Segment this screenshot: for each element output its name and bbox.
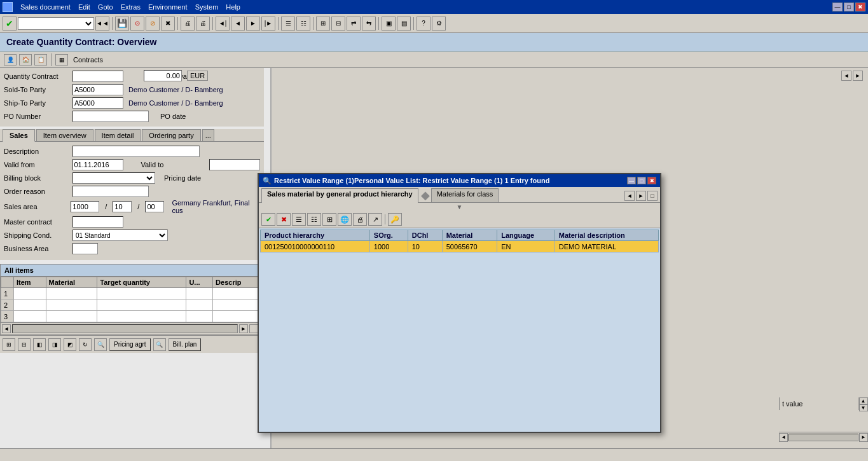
modal-key-button[interactable]: 🔑 bbox=[388, 213, 402, 226]
bt-btn6[interactable]: ↻ bbox=[79, 338, 92, 351]
right-nav-next[interactable]: ► bbox=[853, 71, 863, 81]
material-2[interactable] bbox=[46, 299, 97, 311]
help-button[interactable]: ? bbox=[417, 17, 431, 31]
pricing-agrt-button[interactable]: Pricing agrt bbox=[109, 338, 151, 351]
bt-btn1[interactable]: ⊞ bbox=[3, 338, 15, 351]
tab-item-detail[interactable]: Item detail bbox=[95, 129, 141, 141]
bt-btn4[interactable]: ◨ bbox=[48, 338, 61, 351]
minimize-button[interactable]: — bbox=[832, 3, 843, 11]
description-input[interactable] bbox=[72, 146, 200, 157]
valid-to-input[interactable] bbox=[209, 159, 260, 170]
bt-btn3[interactable]: ◧ bbox=[33, 338, 46, 351]
config-button[interactable]: ⚙ bbox=[432, 17, 446, 31]
tab-nav-expand[interactable]: □ bbox=[647, 191, 658, 201]
nav2-button[interactable]: ◄ bbox=[231, 17, 245, 31]
scroll-right-button[interactable]: ► bbox=[239, 324, 248, 333]
order-reason-input[interactable] bbox=[72, 186, 149, 197]
item-1[interactable] bbox=[14, 288, 46, 299]
swap2-button[interactable]: ⇆ bbox=[362, 17, 376, 31]
shipping-cond-select[interactable]: 01 Standard bbox=[72, 230, 168, 241]
ship-to-input[interactable] bbox=[72, 97, 123, 109]
modal-cancel-button[interactable]: ✖ bbox=[277, 213, 291, 226]
select-all-button[interactable]: ☰ bbox=[281, 17, 295, 31]
modal-maximize-button[interactable]: □ bbox=[637, 177, 646, 184]
modal-tab-sales-material[interactable]: Sales material by general product hierar… bbox=[261, 188, 418, 202]
u-1[interactable] bbox=[186, 288, 213, 299]
business-area-input[interactable] bbox=[72, 243, 98, 254]
qty-1[interactable] bbox=[97, 288, 186, 299]
deselect-button[interactable]: ☷ bbox=[296, 17, 310, 31]
valid-from-input[interactable] bbox=[72, 159, 123, 170]
print2-button[interactable]: 🖨 bbox=[196, 17, 210, 31]
bt-btn7[interactable]: 🔍 bbox=[94, 338, 107, 351]
tab-more[interactable]: ... bbox=[202, 129, 214, 141]
desc-3[interactable] bbox=[213, 311, 263, 322]
grid-icon[interactable]: ▦ bbox=[55, 54, 68, 65]
tab-ordering-party[interactable]: Ordering party bbox=[142, 129, 200, 141]
modal-deselect-button[interactable]: ☷ bbox=[307, 213, 321, 226]
tab-item-overview[interactable]: Item overview bbox=[36, 129, 93, 141]
bt-btn8[interactable]: 🔍 bbox=[153, 338, 166, 351]
nav4-button[interactable]: |► bbox=[261, 17, 275, 31]
right-scroll-right[interactable]: ► bbox=[859, 433, 868, 442]
tab-sales[interactable]: Sales bbox=[3, 129, 35, 142]
qty-3[interactable] bbox=[97, 311, 186, 322]
quantity-contract-input[interactable] bbox=[72, 71, 123, 82]
menu-environment[interactable]: Environment bbox=[148, 3, 188, 11]
nav1-button[interactable]: ◄| bbox=[216, 17, 230, 31]
modal-world-button[interactable]: 🌐 bbox=[338, 213, 352, 226]
u-2[interactable] bbox=[186, 299, 213, 311]
qty-2[interactable] bbox=[97, 299, 186, 311]
right-nav-prev[interactable]: ◄ bbox=[841, 71, 851, 81]
command-field[interactable] bbox=[18, 17, 94, 30]
tab-nav-next[interactable]: ► bbox=[636, 191, 646, 201]
billing-block-select[interactable] bbox=[72, 172, 155, 184]
modal-export-button[interactable]: ↗ bbox=[368, 213, 382, 226]
save-button[interactable]: 💾 bbox=[115, 17, 129, 31]
modal-select-all-button[interactable]: ☰ bbox=[292, 213, 306, 226]
scroll-left-button[interactable]: ◄ bbox=[2, 324, 11, 333]
scroll-down-btn[interactable]: ▼ bbox=[859, 404, 868, 411]
menu-extras[interactable]: Extras bbox=[121, 3, 141, 11]
net-value-input[interactable] bbox=[144, 70, 182, 81]
nav3-button[interactable]: ► bbox=[246, 17, 260, 31]
swap1-button[interactable]: ⇄ bbox=[347, 17, 361, 31]
item-2[interactable] bbox=[14, 299, 46, 311]
modal-table-row[interactable]: 001250010000000110 1000 10 50065670 EN D… bbox=[261, 241, 659, 252]
desc-2[interactable] bbox=[213, 299, 263, 311]
sold-to-input[interactable] bbox=[72, 84, 123, 95]
modal-minimize-button[interactable]: — bbox=[627, 177, 636, 184]
person-icon[interactable]: 👤 bbox=[4, 54, 17, 65]
print-button[interactable]: 🖨 bbox=[181, 17, 195, 31]
scroll-track-h[interactable] bbox=[12, 324, 238, 333]
menu-system[interactable]: System bbox=[195, 3, 219, 11]
master-contract-input[interactable] bbox=[72, 216, 123, 228]
menu-help[interactable]: Help bbox=[226, 3, 240, 11]
bt-btn2[interactable]: ⊟ bbox=[18, 338, 31, 351]
bt-btn5[interactable]: ◩ bbox=[64, 338, 76, 351]
nav-back-button[interactable]: ◄◄ bbox=[95, 17, 109, 31]
cancel-red-button[interactable]: ⊙ bbox=[130, 17, 144, 31]
po-number-input[interactable] bbox=[72, 111, 149, 122]
modal-close-button[interactable]: ✖ bbox=[647, 177, 656, 184]
scroll-up-btn[interactable]: ▲ bbox=[859, 397, 868, 404]
green-check-button[interactable]: ✔ bbox=[3, 17, 17, 31]
clipboard-icon[interactable]: 📋 bbox=[34, 54, 47, 65]
expand-button[interactable]: ⊞ bbox=[316, 17, 330, 31]
menu-sales-document[interactable]: Sales document bbox=[20, 3, 71, 11]
sales-area-input1[interactable] bbox=[71, 201, 99, 212]
cancel-dark-button[interactable]: ✖ bbox=[161, 17, 175, 31]
menu-edit[interactable]: Edit bbox=[78, 3, 90, 11]
sales-area-input3[interactable] bbox=[145, 201, 164, 212]
u-3[interactable] bbox=[186, 311, 213, 322]
modal-check-button[interactable]: ✔ bbox=[261, 213, 275, 226]
maximize-button[interactable]: □ bbox=[844, 3, 854, 11]
home-icon[interactable]: 🏠 bbox=[19, 54, 32, 65]
modal-print-button[interactable]: 🖨 bbox=[353, 213, 367, 226]
tab-nav-prev[interactable]: ◄ bbox=[624, 191, 635, 201]
close-button[interactable]: ✖ bbox=[855, 3, 865, 11]
modal-tab-materials-class[interactable]: Materials for class bbox=[431, 188, 499, 202]
menu-goto[interactable]: Goto bbox=[98, 3, 113, 11]
modal-details-button[interactable]: ⊞ bbox=[322, 213, 336, 226]
sales-area-input2[interactable] bbox=[113, 201, 132, 212]
